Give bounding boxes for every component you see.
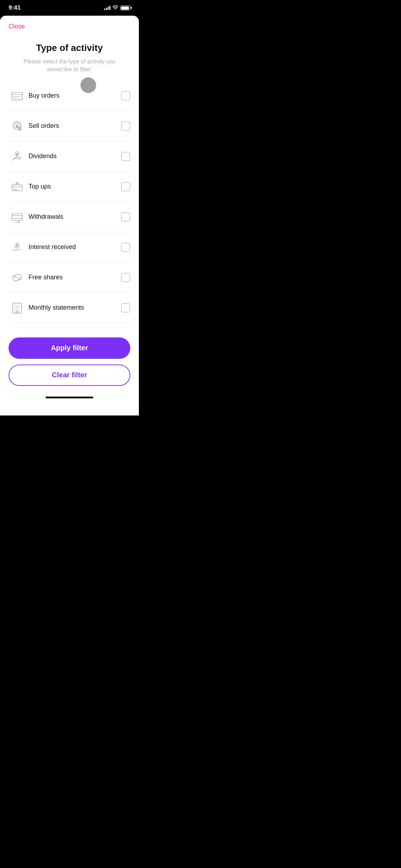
battery-icon [120, 5, 130, 10]
svg-text:$: $ [16, 124, 18, 128]
svg-text:$: $ [16, 244, 18, 247]
sell-orders-checkbox[interactable] [121, 122, 130, 131]
interest-received-checkbox[interactable] [121, 243, 130, 252]
interest-received-icon: $ [9, 239, 26, 256]
filter-item-withdrawals[interactable]: Withdrawals [9, 202, 130, 232]
filter-item-interest-received[interactable]: $ Interest received [9, 232, 130, 263]
svg-rect-17 [12, 213, 22, 220]
top-ups-icon [9, 178, 26, 195]
sell-orders-icon: $ $ [9, 118, 26, 135]
filter-item-sell-orders[interactable]: $ $ Sell orders [9, 111, 130, 141]
svg-rect-1 [12, 92, 22, 100]
withdrawals-icon [9, 208, 26, 226]
free-shares-checkbox[interactable] [121, 273, 130, 282]
filter-list: Buy orders $ $ Sell orders [0, 81, 139, 323]
withdrawals-checkbox[interactable] [121, 212, 130, 222]
filter-item-free-shares[interactable]: Free shares [9, 263, 130, 293]
clear-filter-button[interactable]: Clear filter [9, 365, 130, 386]
filter-item-dividends[interactable]: $ Dividends [9, 141, 130, 172]
signal-icon [104, 6, 110, 10]
monthly-statements-label: Monthly statements [28, 304, 121, 311]
filter-item-top-ups[interactable]: Top ups [9, 172, 130, 202]
apply-filter-button[interactable]: Apply filter [9, 337, 130, 359]
withdrawals-label: Withdrawals [28, 213, 121, 221]
buy-orders-label: Buy orders [28, 92, 121, 99]
status-icons [104, 5, 130, 11]
dividends-label: Dividends [28, 153, 121, 160]
subtitle-text: Please select the type of activity you w… [9, 58, 130, 74]
dividends-icon: $ [9, 148, 26, 165]
free-shares-label: Free shares [28, 274, 121, 281]
page-title: Type of activity [9, 42, 130, 53]
monthly-statements-icon [9, 299, 26, 316]
close-button[interactable]: Close [9, 23, 25, 30]
dividends-checkbox[interactable] [121, 152, 130, 161]
sell-orders-label: Sell orders [28, 122, 121, 130]
home-bar [46, 397, 93, 398]
buy-orders-icon [9, 87, 26, 104]
filter-item-buy-orders[interactable]: Buy orders [9, 81, 130, 111]
monthly-statements-checkbox[interactable] [121, 303, 130, 312]
buy-orders-checkbox[interactable] [121, 91, 130, 100]
interest-received-label: Interest received [28, 243, 121, 251]
status-bar: 9:41 [0, 0, 139, 16]
svg-text:$: $ [19, 128, 21, 130]
bottom-sheet: Close Type of activity Please select the… [0, 16, 139, 415]
home-indicator [0, 393, 139, 401]
title-section: Type of activity Please select the type … [0, 34, 139, 81]
top-ups-label: Top ups [28, 183, 121, 190]
buttons-section: Apply filter Clear filter [0, 323, 139, 393]
filter-item-monthly-statements[interactable]: Monthly statements [9, 293, 130, 323]
free-shares-icon [9, 269, 26, 286]
status-time: 9:41 [9, 4, 21, 11]
top-ups-checkbox[interactable] [121, 182, 130, 191]
svg-text:$: $ [16, 153, 18, 156]
close-button-container: Close [0, 16, 139, 34]
decorative-circle [80, 77, 96, 93]
svg-point-0 [115, 9, 116, 10]
wifi-icon [113, 5, 118, 11]
